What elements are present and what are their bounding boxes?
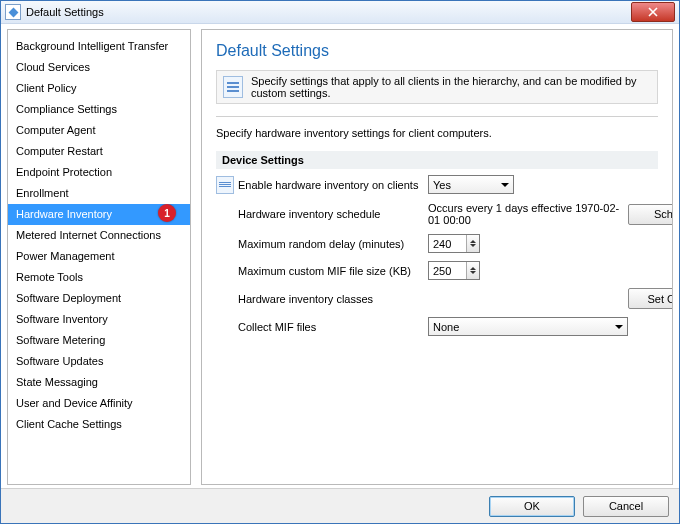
enable-hardware-inventory-combo[interactable]: Yes: [428, 175, 514, 194]
sidebar-item-software-metering[interactable]: Software Metering: [8, 330, 190, 351]
enable-hardware-inventory-label: Enable hardware inventory on clients: [238, 179, 428, 191]
sidebar-item-compliance-settings[interactable]: Compliance Settings: [8, 99, 190, 120]
max-mif-size-spinner[interactable]: 250: [428, 261, 480, 280]
content-pane: Default Settings Specify settings that a…: [201, 29, 673, 485]
description-text: Specify settings that apply to all clien…: [251, 75, 651, 99]
ok-button[interactable]: OK: [489, 496, 575, 517]
schedule-button[interactable]: Schedule ...: [628, 204, 673, 225]
collect-mif-combo[interactable]: None: [428, 317, 628, 336]
settings-list-icon: [216, 176, 234, 194]
separator: [216, 116, 658, 117]
intro-text: Specify hardware inventory settings for …: [216, 127, 658, 139]
sidebar-item-remote-tools[interactable]: Remote Tools: [8, 267, 190, 288]
spinner-arrows-icon[interactable]: [466, 235, 479, 252]
device-settings-grid: Enable hardware inventory on clients Yes…: [216, 175, 658, 336]
sidebar-item-software-updates[interactable]: Software Updates: [8, 351, 190, 372]
dialog-footer: OK Cancel: [1, 488, 679, 523]
set-classes-button[interactable]: Set Classes ...: [628, 288, 673, 309]
sidebar-item-state-messaging[interactable]: State Messaging: [8, 372, 190, 393]
schedule-label: Hardware inventory schedule: [238, 208, 428, 220]
page-title: Default Settings: [216, 42, 658, 60]
window-title: Default Settings: [26, 6, 631, 18]
schedule-value: Occurs every 1 days effective 1970-02-01…: [428, 202, 628, 226]
sidebar-item-background-intelligent-transfer[interactable]: Background Intelligent Transfer: [8, 36, 190, 57]
sidebar-item-computer-agent[interactable]: Computer Agent: [8, 120, 190, 141]
combo-value: None: [433, 321, 459, 333]
cancel-button[interactable]: Cancel: [583, 496, 669, 517]
sidebar-item-client-policy[interactable]: Client Policy: [8, 78, 190, 99]
settings-list-icon: [223, 76, 243, 98]
inventory-classes-label: Hardware inventory classes: [238, 293, 428, 305]
title-bar: Default Settings: [1, 1, 679, 24]
max-random-delay-spinner[interactable]: 240: [428, 234, 480, 253]
max-random-delay-label: Maximum random delay (minutes): [238, 238, 428, 250]
sidebar-item-software-inventory[interactable]: Software Inventory: [8, 309, 190, 330]
sidebar-item-client-cache-settings[interactable]: Client Cache Settings: [8, 414, 190, 435]
category-sidebar: Background Intelligent Transfer Cloud Se…: [7, 29, 191, 485]
max-mif-size-label: Maximum custom MIF file size (KB): [238, 265, 428, 277]
dialog-window: Default Settings Background Intelligent …: [0, 0, 680, 524]
spinner-value: 250: [433, 265, 451, 277]
sidebar-item-power-management[interactable]: Power Management: [8, 246, 190, 267]
sidebar-item-software-deployment[interactable]: Software Deployment: [8, 288, 190, 309]
combo-value: Yes: [433, 179, 451, 191]
spinner-value: 240: [433, 238, 451, 250]
description-box: Specify settings that apply to all clien…: [216, 70, 658, 104]
sidebar-item-label: Hardware Inventory: [16, 208, 112, 220]
sidebar-item-user-and-device-affinity[interactable]: User and Device Affinity: [8, 393, 190, 414]
sidebar-item-cloud-services[interactable]: Cloud Services: [8, 57, 190, 78]
sidebar-item-metered-internet-connections[interactable]: Metered Internet Connections: [8, 225, 190, 246]
annotation-marker-1: 1: [158, 204, 176, 222]
sidebar-item-endpoint-protection[interactable]: Endpoint Protection: [8, 162, 190, 183]
collect-mif-label: Collect MIF files: [238, 321, 428, 333]
section-header: Device Settings: [216, 151, 658, 169]
app-icon: [5, 4, 21, 20]
sidebar-item-enrollment[interactable]: Enrollment: [8, 183, 190, 204]
sidebar-item-computer-restart[interactable]: Computer Restart: [8, 141, 190, 162]
sidebar-item-hardware-inventory[interactable]: Hardware Inventory 1: [8, 204, 190, 225]
close-button[interactable]: [631, 2, 675, 22]
spinner-arrows-icon[interactable]: [466, 262, 479, 279]
